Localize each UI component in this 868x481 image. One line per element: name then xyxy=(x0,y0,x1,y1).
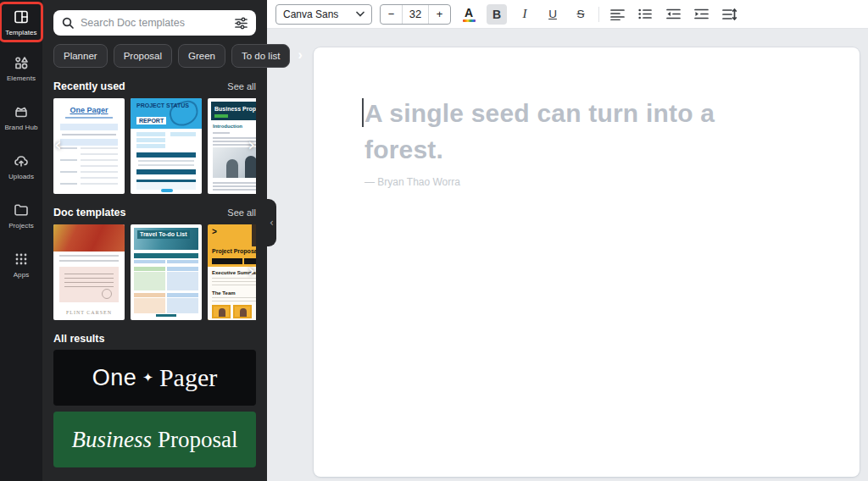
bullet-list-button[interactable] xyxy=(635,4,655,25)
carousel-prev-icon[interactable]: ‹ xyxy=(54,135,62,154)
sidebar-item-elements[interactable]: Elements xyxy=(2,47,41,88)
sidebar-item-label: Elements xyxy=(7,75,36,82)
banner-text: Proposal xyxy=(158,427,238,453)
font-family-select[interactable]: Canva Sans xyxy=(275,4,372,25)
thumb-title: Project Proposal xyxy=(212,248,256,254)
elements-icon xyxy=(13,54,30,71)
document-canvas[interactable]: A single seed can turn into a forest. — … xyxy=(267,29,868,481)
apps-icon xyxy=(13,251,30,268)
annotation-highlight-box: Templates xyxy=(0,2,43,42)
sidebar-item-apps[interactable]: Apps xyxy=(2,244,41,285)
doc-templates-see-all-link[interactable]: See all xyxy=(227,207,256,218)
chip-to-do-list[interactable]: To do list xyxy=(231,44,290,68)
thumb-title: One Pager xyxy=(53,106,125,114)
template-thumb-project-status-report[interactable]: PROJECT STATUS REPORT xyxy=(131,98,202,194)
thumb-title: Business Proposal xyxy=(214,106,256,112)
banner-text: Pager xyxy=(159,363,217,392)
recently-used-carousel: ‹ › One Pager PROJECT STATUS REPORT xyxy=(53,98,256,194)
projects-icon xyxy=(13,202,30,218)
toolbar-divider xyxy=(598,7,599,22)
font-size-increase-button[interactable]: + xyxy=(428,5,450,24)
section-title: All results xyxy=(53,333,104,345)
line-spacing-icon xyxy=(722,8,737,20)
sidebar-item-label: Uploads xyxy=(8,173,34,180)
template-banner-one-pager[interactable]: One ✦ Pager xyxy=(53,350,256,406)
all-results-header: All results xyxy=(53,333,256,345)
uploads-icon xyxy=(13,152,30,169)
sidebar-item-brand-hub[interactable]: Brand Hub xyxy=(2,97,41,137)
search-input[interactable] xyxy=(81,17,228,29)
recently-used-header: Recently used See all xyxy=(53,80,256,92)
chips-scroll-right-icon[interactable]: › xyxy=(296,45,303,67)
section-title: Recently used xyxy=(53,80,125,92)
doc-templates-header: Doc templates See all xyxy=(53,207,256,218)
carousel-next-icon[interactable]: › xyxy=(248,262,255,280)
chip-proposal[interactable]: Proposal xyxy=(114,44,172,68)
recently-used-see-all-link[interactable]: See all xyxy=(227,81,256,91)
text-color-button[interactable]: A xyxy=(459,4,479,25)
sidebar-item-label: Projects xyxy=(8,222,34,229)
bullet-list-icon xyxy=(638,8,652,19)
indent-icon xyxy=(694,8,709,19)
search-bar xyxy=(53,10,256,36)
line-spacing-button[interactable] xyxy=(719,4,739,25)
document-page[interactable]: A single seed can turn into a forest. — … xyxy=(314,47,860,477)
banner-text: One xyxy=(92,365,137,391)
canva-doc-editor: Templates Elements Brand Hub xyxy=(0,0,868,481)
sidebar-item-label: Brand Hub xyxy=(4,124,37,131)
banner-text: Business xyxy=(72,427,153,453)
sparkle-icon: ✦ xyxy=(142,370,153,385)
italic-button[interactable]: I xyxy=(515,4,535,25)
sidebar-item-label: Templates xyxy=(5,29,36,36)
template-thumb-one-pager-doc[interactable]: One Pager xyxy=(53,98,125,194)
sidebar-item-uploads[interactable]: Uploads xyxy=(2,146,41,186)
templates-icon xyxy=(13,8,30,25)
carousel-next-icon[interactable]: › xyxy=(248,135,255,154)
bold-button[interactable]: B xyxy=(487,4,507,25)
text-toolbar: Canva Sans − 32 + A B I U S xyxy=(267,0,868,29)
editor-area: ‹ Canva Sans − 32 + A B I xyxy=(267,0,868,481)
sidebar-item-label: Apps xyxy=(14,271,30,279)
thumb-caption: FLINT CARSEN xyxy=(53,310,125,315)
underline-button[interactable]: U xyxy=(542,4,563,25)
chevron-down-icon xyxy=(356,11,364,17)
font-size-decrease-button[interactable]: − xyxy=(381,5,403,24)
sidebar-item-projects[interactable]: Projects xyxy=(2,195,41,235)
doc-templates-carousel: › FLINT CARSEN Travel To-do List xyxy=(53,224,256,320)
align-left-icon xyxy=(610,8,625,20)
panel-collapse-handle[interactable]: ‹ xyxy=(267,199,276,246)
thumb-title: Travel To-do List xyxy=(137,230,190,239)
sidebar-item-templates[interactable]: Templates xyxy=(2,4,41,40)
template-banner-business-proposal[interactable]: Business Proposal xyxy=(53,412,256,467)
template-thumb-floral-letter[interactable]: FLINT CARSEN xyxy=(53,224,125,320)
text-color-icon: A xyxy=(463,7,476,22)
chip-green[interactable]: Green xyxy=(178,44,225,68)
indent-button[interactable] xyxy=(691,4,711,25)
text-align-button[interactable] xyxy=(607,4,627,25)
chip-planner[interactable]: Planner xyxy=(53,44,108,68)
doc-placeholder-heading[interactable]: A single seed can turn into a forest. xyxy=(364,96,763,169)
brand-hub-icon xyxy=(13,103,30,120)
chevron-left-icon: ‹ xyxy=(270,217,274,229)
sidebar: Templates Elements Brand Hub xyxy=(0,0,42,481)
filter-sliders-icon[interactable] xyxy=(234,16,248,30)
strikethrough-button[interactable]: S xyxy=(570,4,591,25)
filter-chips-row: Planner Proposal Green To do list › xyxy=(53,44,256,68)
font-size-value[interactable]: 32 xyxy=(403,5,428,24)
outdent-icon xyxy=(666,8,681,19)
doc-placeholder-byline[interactable]: — Bryan Thao Worra xyxy=(364,176,809,188)
font-name-value: Canva Sans xyxy=(283,8,338,20)
template-thumb-travel-todo-list[interactable]: Travel To-do List xyxy=(131,224,202,320)
templates-panel: Planner Proposal Green To do list › Rece… xyxy=(42,0,267,481)
section-title: Doc templates xyxy=(53,207,125,218)
text-cursor xyxy=(362,98,364,127)
outdent-button[interactable] xyxy=(663,4,683,25)
search-icon xyxy=(61,16,75,30)
thumb-title: PROJECT STATUS xyxy=(136,102,189,109)
font-size-stepper: − 32 + xyxy=(380,4,451,25)
